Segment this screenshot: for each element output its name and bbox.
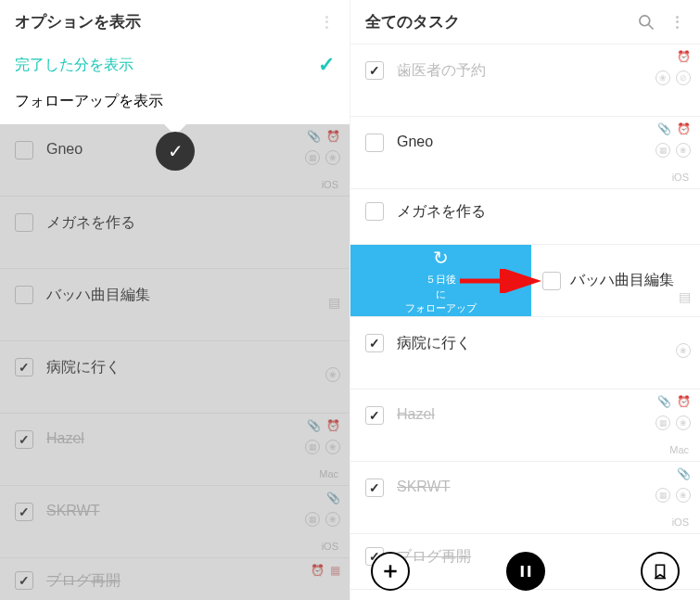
- svg-point-0: [640, 15, 650, 25]
- status-circle: ❀: [325, 367, 340, 382]
- alarm-icon: ⏰: [677, 50, 691, 63]
- status-circle: ❀: [325, 150, 340, 165]
- task-row[interactable]: ブログ再開 ⏰▦: [0, 558, 350, 600]
- status-circle: ❀: [325, 440, 340, 454]
- option-label: 完了した分を表示: [15, 56, 134, 75]
- task-label: 歯医者の予約: [397, 61, 486, 81]
- bookmark-button[interactable]: [641, 552, 680, 591]
- option-show-completed[interactable]: 完了した分を表示 ✓: [0, 45, 350, 84]
- confirm-check-badge: ✓: [156, 132, 195, 171]
- task-checkbox[interactable]: [15, 213, 33, 232]
- status-circle: ▦: [655, 143, 670, 158]
- alarm-icon: ⏰: [326, 419, 340, 432]
- svg-line-1: [649, 24, 654, 29]
- status-circle: ▦: [305, 440, 320, 454]
- status-circle: ▦: [305, 150, 320, 165]
- status-circle: ❀: [676, 488, 691, 503]
- task-checkbox[interactable]: [365, 61, 384, 80]
- search-icon[interactable]: [637, 13, 655, 32]
- options-sheet: オプションを表示 完了した分を表示 ✓ フォローアップを表示: [0, 0, 350, 124]
- status-circle: ❀: [676, 343, 691, 358]
- task-badges: 📎 ⏰: [307, 130, 340, 143]
- page-title: 全てのタスク: [365, 11, 624, 32]
- status-circle: ❀: [676, 143, 691, 158]
- task-subtag: iOS: [672, 517, 689, 528]
- status-circle: ▦: [655, 488, 670, 503]
- followup-line: ５日後: [426, 273, 456, 287]
- status-circle: ❀: [325, 512, 340, 527]
- more-icon[interactable]: [668, 14, 685, 31]
- task-label: メガネを作る: [397, 202, 486, 222]
- attachment-icon: 📎: [657, 395, 671, 408]
- task-label: SKRWT: [46, 503, 99, 519]
- task-checkbox[interactable]: [365, 134, 384, 152]
- task-row[interactable]: 病院に行く ❀: [0, 341, 350, 414]
- task-list-right: 歯医者の予約 ⏰ ❀⊘ Gneo 📎⏰ ▦❀ iOS メガネを作る ↻ ５日後 …: [350, 45, 700, 590]
- task-content[interactable]: バッハ曲目編集: [531, 245, 700, 316]
- task-subtag: Mac: [669, 444, 689, 455]
- task-checkbox[interactable]: [365, 406, 384, 425]
- task-label: ブログ再開: [46, 571, 121, 591]
- followup-line: フォローアップ: [405, 301, 477, 315]
- svg-rect-6: [528, 566, 530, 577]
- task-label: Gneo: [46, 141, 83, 158]
- attachment-icon: 📎: [326, 491, 340, 504]
- task-row[interactable]: バッハ曲目編集 ▤: [0, 269, 350, 341]
- list-header: 全てのタスク: [350, 0, 700, 45]
- task-checkbox[interactable]: [365, 202, 384, 221]
- task-label: 病院に行く: [397, 334, 471, 353]
- alarm-icon: ⏰: [677, 395, 691, 408]
- option-label: フォローアップを表示: [15, 92, 163, 111]
- task-subtag: iOS: [672, 172, 689, 183]
- task-label: 病院に行く: [46, 358, 121, 377]
- task-checkbox[interactable]: [15, 571, 33, 590]
- svg-rect-5: [520, 566, 523, 577]
- swipe-arrow: [460, 269, 543, 293]
- status-circle: ▦: [305, 512, 320, 527]
- task-row[interactable]: 歯医者の予約 ⏰ ❀⊘: [350, 45, 700, 117]
- task-row[interactable]: SKRWT 📎 ▦❀ iOS: [0, 486, 350, 558]
- attachment-icon: 📎: [307, 130, 321, 143]
- task-checkbox[interactable]: [365, 334, 384, 352]
- task-label: SKRWT: [397, 479, 450, 495]
- task-label: メガネを作る: [46, 213, 135, 233]
- note-icon: ▤: [679, 289, 691, 304]
- task-row-swiped[interactable]: ↻ ５日後 に フォローアップ バッハ曲目編集 ▤: [350, 245, 700, 317]
- attachment-icon: 📎: [657, 122, 671, 135]
- task-row[interactable]: 病院に行く ❀: [350, 317, 700, 389]
- option-show-followup[interactable]: フォローアップを表示: [0, 84, 350, 119]
- more-icon[interactable]: [318, 14, 335, 31]
- refresh-icon: ↻: [433, 245, 449, 271]
- task-row[interactable]: Hazel 📎⏰ ▦❀ Mac: [350, 389, 700, 462]
- task-checkbox[interactable]: [15, 286, 33, 304]
- task-row[interactable]: Gneo 📎⏰ ▦❀ iOS: [350, 117, 700, 189]
- note-icon: ▤: [328, 295, 340, 310]
- calendar-icon: ▦: [330, 564, 340, 577]
- task-checkbox[interactable]: [15, 503, 33, 521]
- alarm-icon: ⏰: [326, 130, 340, 143]
- task-label: Hazel: [46, 430, 84, 447]
- task-subtag: iOS: [322, 541, 338, 552]
- task-checkbox[interactable]: [365, 479, 384, 497]
- status-circle: ▦: [655, 415, 670, 430]
- add-button[interactable]: [371, 552, 410, 591]
- alarm-icon: ⏰: [677, 122, 691, 135]
- attachment-icon: 📎: [307, 419, 321, 432]
- task-checkbox[interactable]: [15, 141, 33, 160]
- task-checkbox[interactable]: [15, 430, 33, 449]
- status-circle: ⊘: [676, 70, 691, 85]
- task-checkbox[interactable]: [15, 358, 33, 377]
- task-label: バッハ曲目編集: [570, 271, 674, 290]
- task-row[interactable]: メガネを作る: [350, 189, 700, 245]
- task-subtag: iOS: [322, 179, 338, 190]
- fab-bar: [350, 552, 700, 591]
- pause-button[interactable]: [506, 552, 545, 591]
- task-row[interactable]: Hazel 📎⏰ ▦❀ Mac: [0, 414, 350, 486]
- task-label: Hazel: [397, 406, 435, 423]
- alarm-icon: ⏰: [311, 564, 325, 577]
- task-row[interactable]: SKRWT 📎 ▦❀ iOS: [350, 462, 700, 534]
- task-label: バッハ曲目編集: [46, 286, 150, 305]
- task-checkbox[interactable]: [542, 272, 561, 290]
- task-row[interactable]: メガネを作る: [0, 197, 350, 269]
- options-title: オプションを表示: [15, 11, 141, 32]
